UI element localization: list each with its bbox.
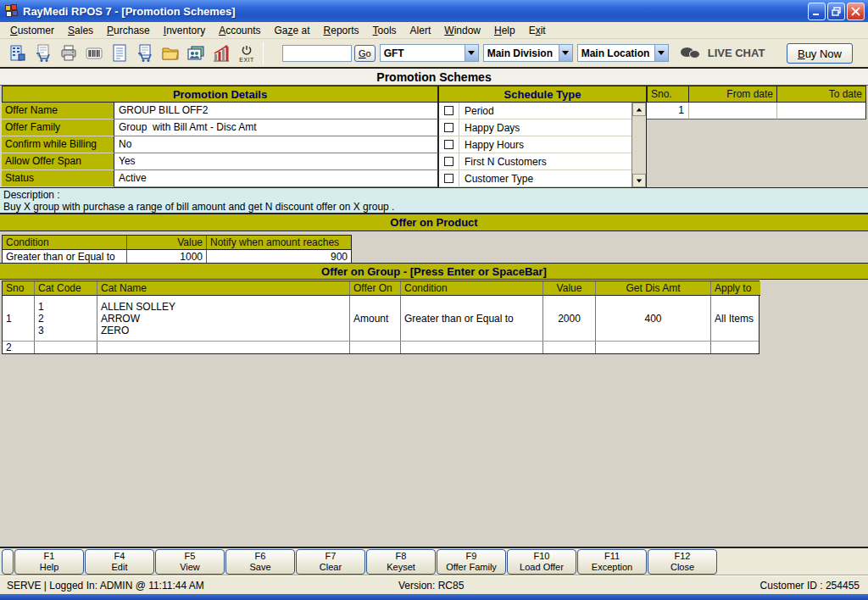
division-select[interactable]: Main Division: [483, 44, 573, 62]
chevron-down-icon[interactable]: [465, 45, 478, 61]
column-header-sno: Sno.: [647, 86, 689, 103]
field-value[interactable]: No: [114, 136, 438, 153]
search-input[interactable]: [282, 45, 352, 62]
group-table-cell[interactable]: [543, 342, 596, 353]
column-header-to-date: To date: [777, 86, 866, 103]
fn-button-f10[interactable]: F10Load Offer: [507, 549, 576, 575]
checkbox-icon[interactable]: [444, 123, 453, 132]
menu-item-reports[interactable]: Reports: [317, 23, 366, 38]
purchase-cart-icon[interactable]: [132, 40, 158, 66]
restore-button[interactable]: [827, 3, 845, 20]
group-table-cell[interactable]: [350, 342, 401, 353]
function-key-bar: F1HelpF4EditF5ViewF6SaveF7ClearF8KeysetF…: [0, 547, 868, 575]
menu-item-help[interactable]: Help: [487, 23, 522, 38]
menu-item-alert[interactable]: Alert: [403, 23, 438, 38]
group-table-cell[interactable]: 2000: [543, 296, 596, 341]
product-notify-cell[interactable]: 900: [207, 250, 351, 264]
listbox-scrollbar[interactable]: [632, 103, 646, 187]
group-table-cell[interactable]: All Items: [711, 296, 760, 341]
location-select[interactable]: Main Location: [577, 44, 669, 62]
column-header-cat-name: Cat Name: [97, 281, 350, 296]
checkbox-icon[interactable]: [444, 140, 453, 149]
menu-item-exit[interactable]: Exit: [522, 23, 553, 38]
group-table-cell[interactable]: [596, 342, 711, 353]
report-icon[interactable]: [107, 40, 132, 66]
close-icon[interactable]: [847, 3, 865, 20]
fn-button-f5[interactable]: F5View: [155, 549, 225, 575]
schedule-option-first-n-customers[interactable]: First N Customers: [439, 153, 632, 170]
group-table-cell[interactable]: [711, 342, 760, 353]
menu-item-accounts[interactable]: Accounts: [212, 23, 267, 38]
table-row: Greater than or Equal to 1000 900: [3, 250, 351, 264]
group-table-cell[interactable]: 123: [35, 296, 97, 341]
menu-item-inventory[interactable]: Inventory: [157, 23, 212, 38]
schedule-sno-cell[interactable]: 1: [647, 103, 689, 119]
live-chat-link[interactable]: LIVE CHAT: [681, 46, 765, 61]
menu-item-purchase[interactable]: Purchase: [100, 23, 157, 38]
group-table-cell[interactable]: [401, 342, 543, 353]
schedule-option-happy-hours[interactable]: Happy Hours: [439, 136, 632, 153]
menu-item-gaze-at[interactable]: Gaze at: [268, 23, 317, 38]
checkbox-cell: [439, 136, 459, 153]
scroll-down-icon[interactable]: [632, 174, 646, 187]
fn-button-f11[interactable]: F11Exception: [577, 549, 647, 575]
printer-icon[interactable]: [56, 40, 81, 66]
schedule-from-date-cell[interactable]: [689, 103, 777, 119]
company-select[interactable]: GFT: [380, 44, 479, 62]
group-table-cell[interactable]: Greater than or Equal to: [401, 296, 543, 341]
menu-item-sales[interactable]: Sales: [61, 23, 100, 38]
schedule-to-date-cell[interactable]: [777, 103, 866, 119]
schedule-option-happy-days[interactable]: Happy Days: [439, 119, 632, 136]
group-table-cell[interactable]: 1: [3, 296, 35, 341]
menu-item-customer[interactable]: Customer: [3, 23, 61, 38]
schedule-table-row: 1: [647, 103, 866, 119]
checkbox-cell: [439, 119, 459, 136]
group-table-cell[interactable]: [35, 342, 97, 353]
blank-button[interactable]: [2, 549, 14, 575]
fn-button-f12[interactable]: F12Close: [648, 549, 717, 575]
field-value[interactable]: Yes: [114, 153, 438, 170]
group-table-cell[interactable]: 400: [596, 296, 711, 341]
fn-button-f6[interactable]: F6Save: [225, 549, 295, 575]
fn-button-f1[interactable]: F1Help: [14, 549, 84, 575]
fn-button-f7[interactable]: F7Clear: [296, 549, 365, 575]
field-value[interactable]: Active: [114, 170, 438, 187]
fn-button-f4[interactable]: F4Edit: [85, 549, 154, 575]
group-table-cell[interactable]: ALLEN SOLLEYARROWZERO: [97, 296, 350, 341]
schedule-option-customer-type[interactable]: Customer Type: [439, 170, 632, 187]
product-value-cell[interactable]: 1000: [127, 250, 207, 264]
folder-icon[interactable]: [158, 40, 183, 66]
group-table-cell[interactable]: 2: [3, 342, 35, 353]
checkbox-icon[interactable]: [444, 174, 453, 183]
customers-icon[interactable]: [183, 40, 209, 66]
group-table-cell[interactable]: Amount: [350, 296, 401, 341]
chevron-down-icon[interactable]: [654, 45, 668, 61]
schedule-option-period[interactable]: Period: [439, 103, 632, 119]
group-table-cell[interactable]: [97, 342, 350, 353]
product-condition-cell[interactable]: Greater than or Equal to: [3, 250, 127, 264]
go-button[interactable]: Go: [354, 45, 376, 62]
barcode-icon[interactable]: [81, 40, 107, 66]
buy-now-button[interactable]: Buy Now: [787, 43, 853, 64]
main-content: Promotion Schemes Promotion Details Sche…: [0, 69, 868, 547]
chat-bubbles-icon: [681, 46, 703, 61]
field-value[interactable]: GROUP BILL OFF2: [114, 103, 438, 119]
chevron-down-icon[interactable]: [559, 45, 572, 61]
minimize-button[interactable]: [808, 3, 826, 20]
checkbox-icon[interactable]: [444, 157, 453, 166]
sales-chart-icon[interactable]: [209, 40, 234, 66]
exit-icon[interactable]: EXIT: [234, 40, 259, 66]
checkbox-icon[interactable]: [444, 106, 453, 115]
menu-item-tools[interactable]: Tools: [366, 23, 403, 38]
fn-button-f9[interactable]: F9Offer Family: [437, 549, 506, 575]
fn-button-f8[interactable]: F8Keyset: [366, 549, 436, 575]
scroll-up-icon[interactable]: [632, 103, 646, 116]
schedule-option-label: Period: [459, 105, 494, 117]
menu-item-window[interactable]: Window: [437, 23, 487, 38]
field-value[interactable]: Group with Bill Amt - Disc Amt: [114, 119, 438, 136]
column-header-value: Value: [543, 281, 596, 296]
bill-machine-icon[interactable]: [5, 40, 31, 66]
sales-cart-icon[interactable]: [31, 40, 56, 66]
promotion-details-header: Promotion Details: [2, 86, 438, 103]
window-bottom-frame: [0, 594, 868, 600]
